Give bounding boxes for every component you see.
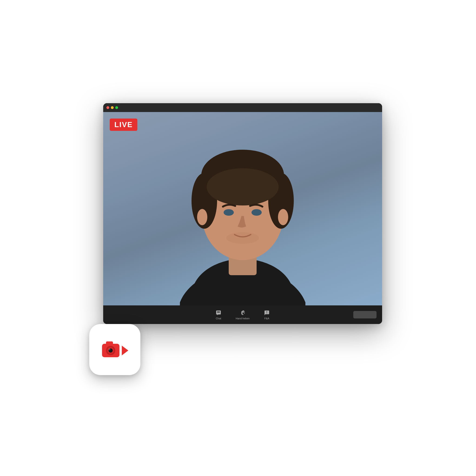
scene: LIVE Chat <box>75 75 401 401</box>
svg-rect-17 <box>106 341 113 345</box>
video-background: LIVE <box>103 112 382 306</box>
raise-hand-label: Hand heben <box>236 317 250 320</box>
close-button[interactable] <box>106 106 109 109</box>
live-badge: LIVE <box>110 119 137 131</box>
svg-point-11 <box>197 209 207 225</box>
raise-hand-button[interactable]: Hand heben <box>236 310 250 320</box>
end-session-button[interactable] <box>353 311 376 318</box>
app-icon[interactable] <box>89 324 140 375</box>
person-portrait <box>180 115 306 306</box>
faq-button[interactable]: F&A <box>264 310 270 320</box>
svg-point-7 <box>207 168 279 205</box>
svg-point-12 <box>278 209 288 225</box>
faq-icon <box>264 310 270 316</box>
bottom-toolbar: Chat Hand heben F&A <box>103 306 382 324</box>
title-bar <box>103 103 382 112</box>
chat-button[interactable]: Chat <box>215 310 222 320</box>
maximize-button[interactable] <box>115 106 118 109</box>
app-window: LIVE Chat <box>103 103 382 324</box>
faq-label: F&A <box>264 317 269 320</box>
svg-marker-18 <box>122 346 128 355</box>
svg-point-10 <box>226 232 259 244</box>
svg-point-9 <box>252 209 262 216</box>
svg-point-19 <box>109 348 110 350</box>
minimize-button[interactable] <box>111 106 114 109</box>
video-area: LIVE <box>103 112 382 306</box>
svg-point-8 <box>224 209 234 216</box>
camera-icon <box>101 339 129 360</box>
live-badge-text: LIVE <box>114 120 133 129</box>
chat-icon <box>215 310 222 316</box>
chat-label: Chat <box>216 317 221 320</box>
hand-icon <box>239 310 246 316</box>
traffic-lights <box>106 106 118 109</box>
